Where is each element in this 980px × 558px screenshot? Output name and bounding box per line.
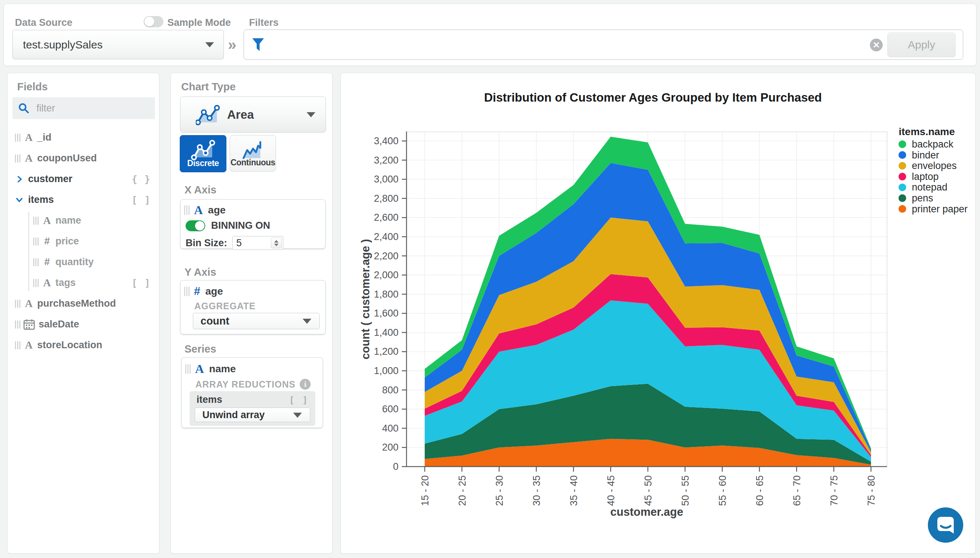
legend-swatch-notepad[interactable] bbox=[899, 184, 906, 191]
drag-handle-icon[interactable] bbox=[33, 238, 39, 246]
array-field-name: items bbox=[196, 394, 222, 405]
chevron-down-icon bbox=[306, 112, 315, 117]
legend-swatch-binder[interactable] bbox=[899, 151, 906, 159]
continuous-mode-button[interactable]: Continuous bbox=[230, 135, 276, 172]
legend-swatch-backpack[interactable] bbox=[899, 141, 906, 148]
y-tick-label: 1,200 bbox=[374, 346, 399, 357]
drag-handle-icon[interactable] bbox=[33, 258, 39, 266]
string-type-icon: A bbox=[23, 131, 34, 143]
array-reduction-select[interactable]: Unwind array bbox=[195, 407, 310, 422]
drag-handle-icon[interactable] bbox=[33, 217, 39, 225]
array-type-icon: [ ] bbox=[132, 195, 151, 205]
discrete-mode-button[interactable]: Discrete bbox=[180, 135, 226, 172]
chevron-right-icon[interactable] bbox=[15, 175, 24, 184]
chevron-down-icon[interactable] bbox=[15, 195, 24, 204]
drag-handle-icon[interactable] bbox=[15, 300, 20, 308]
series-field-name: name bbox=[209, 363, 236, 375]
field-item-customer[interactable]: customer{ } bbox=[8, 169, 159, 189]
x-tick-label: 25 - 30 bbox=[494, 475, 505, 506]
filters-input[interactable]: ✕ Apply bbox=[244, 30, 963, 60]
legend-label-notepad[interactable]: notepad bbox=[912, 182, 947, 193]
legend-label-backpack[interactable]: backpack bbox=[912, 139, 954, 150]
field-item-price[interactable]: #price bbox=[8, 231, 159, 252]
chart-type-value: Area bbox=[227, 97, 254, 132]
string-type-icon: A bbox=[41, 277, 53, 289]
object-type-icon: { } bbox=[132, 174, 151, 185]
chevron-down-icon bbox=[293, 413, 302, 418]
x-tick-label: 55 - 60 bbox=[717, 475, 728, 506]
legend-swatch-pens[interactable] bbox=[899, 195, 906, 202]
bin-size-input[interactable]: 5 bbox=[232, 236, 283, 250]
legend-swatch-printer paper[interactable] bbox=[899, 205, 906, 213]
drag-handle-icon[interactable] bbox=[33, 279, 39, 287]
drag-handle-icon[interactable] bbox=[185, 364, 191, 374]
bin-size-value: 5 bbox=[236, 236, 242, 249]
apply-button[interactable]: Apply bbox=[888, 33, 955, 57]
field-item-items[interactable]: items[ ] bbox=[8, 189, 159, 210]
array-reduction-value: Unwind array bbox=[203, 408, 265, 422]
x-axis-field[interactable]: A age bbox=[184, 203, 226, 217]
y-tick-label: 2,600 bbox=[374, 212, 399, 223]
legend-label-envelopes[interactable]: envelopes bbox=[912, 160, 957, 171]
y-axis-field-name: age bbox=[205, 286, 223, 297]
y-tick-label: 2,800 bbox=[374, 193, 399, 204]
aggregate-select[interactable]: count bbox=[193, 313, 320, 329]
field-item-saleDate[interactable]: saleDate bbox=[8, 314, 159, 335]
field-search-input[interactable]: filter bbox=[12, 97, 155, 119]
x-axis-card: A age BINNING ON Bin Size: 5 bbox=[180, 199, 326, 249]
aggregate-label: AGGREGATE bbox=[194, 301, 255, 312]
legend-label-printer paper[interactable]: printer paper bbox=[912, 204, 968, 215]
field-name: couponUsed bbox=[37, 153, 97, 164]
stepper-icon[interactable] bbox=[271, 238, 282, 248]
legend-swatch-laptop[interactable] bbox=[899, 172, 906, 180]
x-axis-field-name: age bbox=[208, 204, 226, 216]
data-source-label: Data Source bbox=[15, 17, 72, 28]
stacked-area-chart[interactable]: Distribution of Customer Ages Grouped by… bbox=[341, 73, 975, 553]
array-type-icon: [ ] bbox=[132, 277, 151, 289]
series-field[interactable]: A name bbox=[185, 362, 236, 376]
string-type-icon: A bbox=[23, 152, 34, 164]
x-tick-label: 35 - 40 bbox=[568, 475, 579, 506]
drag-handle-icon[interactable] bbox=[184, 287, 189, 296]
collapse-chevrons-icon[interactable]: » bbox=[228, 36, 236, 54]
chat-launcher-button[interactable] bbox=[928, 507, 963, 543]
legend-label-pens[interactable]: pens bbox=[912, 193, 933, 204]
chart-type-select[interactable]: Area bbox=[180, 97, 326, 133]
data-source-select[interactable]: test.supplySales bbox=[12, 30, 224, 59]
field-name: purchaseMethod bbox=[37, 298, 116, 309]
legend-swatch-envelopes[interactable] bbox=[899, 162, 906, 170]
field-item-storeLocation[interactable]: AstoreLocation bbox=[8, 335, 159, 356]
y-tick-label: 400 bbox=[382, 423, 399, 434]
toggle-knob bbox=[195, 221, 204, 231]
drag-handle-icon[interactable] bbox=[15, 134, 20, 142]
y-tick-label: 1,400 bbox=[374, 327, 399, 338]
legend-label-laptop[interactable]: laptop bbox=[912, 171, 939, 182]
drag-handle-icon[interactable] bbox=[15, 320, 20, 328]
info-icon[interactable]: i bbox=[300, 379, 311, 390]
drag-handle-icon[interactable] bbox=[184, 205, 189, 215]
drag-handle-icon[interactable] bbox=[15, 341, 20, 349]
field-item-couponUsed[interactable]: AcouponUsed bbox=[8, 148, 159, 169]
field-item-quantity[interactable]: #quantity bbox=[8, 252, 159, 272]
field-item-tags[interactable]: Atags[ ] bbox=[8, 272, 159, 293]
binning-toggle[interactable] bbox=[186, 220, 205, 231]
field-item-purchaseMethod[interactable]: ApurchaseMethod bbox=[8, 293, 159, 314]
y-axis-field[interactable]: # age bbox=[184, 285, 223, 298]
array-reductions-label: ARRAY REDUCTIONS bbox=[195, 379, 295, 390]
clear-filter-icon[interactable]: ✕ bbox=[870, 39, 883, 51]
area-chart-icon bbox=[196, 104, 220, 125]
discrete-area-icon bbox=[191, 139, 216, 160]
sample-mode-label: Sample Mode bbox=[167, 17, 231, 28]
field-item-_id[interactable]: A_id bbox=[8, 127, 159, 148]
x-tick-label: 50 - 55 bbox=[680, 475, 691, 506]
field-name: price bbox=[55, 236, 79, 247]
drag-handle-icon[interactable] bbox=[15, 154, 20, 162]
number-type-icon: # bbox=[41, 256, 53, 268]
legend-label-binder[interactable]: binder bbox=[912, 150, 939, 161]
field-item-name[interactable]: Aname bbox=[8, 210, 159, 231]
fields-panel-title: Fields bbox=[17, 81, 48, 93]
data-source-value: test.supplySales bbox=[23, 39, 102, 51]
sample-mode-toggle[interactable] bbox=[144, 16, 163, 27]
x-tick-label: 20 - 25 bbox=[457, 475, 468, 506]
bin-size-label: Bin Size: bbox=[186, 238, 227, 249]
